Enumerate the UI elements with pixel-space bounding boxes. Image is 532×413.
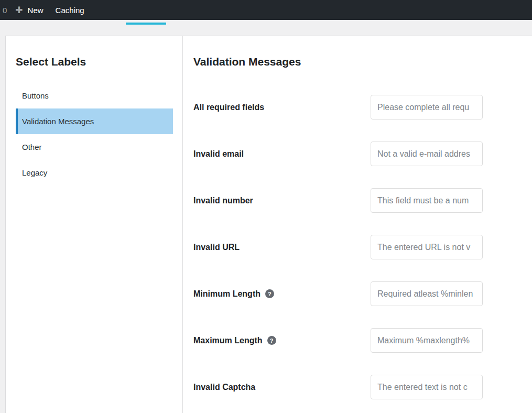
field-input[interactable] bbox=[371, 328, 483, 353]
admin-bar-caching-button[interactable]: Caching bbox=[56, 6, 84, 15]
validation-messages-section: Validation Messages All required fields … bbox=[183, 36, 532, 413]
select-labels-heading: Select Labels bbox=[16, 56, 182, 68]
comment-count[interactable]: 0 bbox=[3, 6, 7, 15]
field-label-text: All required fields bbox=[193, 103, 264, 112]
page: 0 ✚ New Caching Select Labels Buttons Va… bbox=[0, 0, 532, 413]
field-row: Invalid number ? bbox=[193, 188, 532, 213]
field-label-text: Invalid URL bbox=[193, 243, 240, 252]
sidebar-item[interactable]: Other bbox=[16, 134, 173, 160]
field-input[interactable] bbox=[371, 142, 483, 166]
field-row: Minimum Length ? bbox=[193, 281, 532, 306]
field-label: Invalid Captcha ? bbox=[193, 383, 371, 392]
field-input[interactable] bbox=[371, 95, 483, 119]
field-label-text: Invalid number bbox=[193, 196, 253, 205]
sidebar-item[interactable]: Buttons bbox=[16, 83, 173, 108]
field-label: Invalid email ? bbox=[193, 149, 371, 159]
admin-bar-new-label: New bbox=[28, 6, 44, 15]
admin-bar-new-button[interactable]: ✚ New bbox=[15, 6, 43, 15]
admin-bar: 0 ✚ New Caching bbox=[0, 0, 532, 20]
field-row: Invalid email ? bbox=[193, 142, 532, 166]
field-input[interactable] bbox=[371, 188, 483, 213]
field-label: Maximum Length ? bbox=[193, 336, 371, 345]
field-input[interactable] bbox=[371, 281, 483, 306]
sidebar-item[interactable]: Validation Messages bbox=[16, 108, 173, 134]
help-icon[interactable]: ? bbox=[265, 289, 274, 298]
sidebar-item[interactable]: Legacy bbox=[16, 160, 173, 186]
field-label: Invalid URL ? bbox=[193, 243, 371, 252]
field-label: Minimum Length ? bbox=[193, 289, 371, 299]
field-row: All required fields ? bbox=[193, 95, 532, 119]
progress-indicator bbox=[126, 23, 166, 25]
field-label-text: Minimum Length bbox=[193, 289, 260, 299]
field-row: Invalid Captcha ? bbox=[193, 375, 532, 399]
help-icon[interactable]: ? bbox=[267, 336, 276, 345]
field-label: All required fields ? bbox=[193, 103, 371, 112]
field-row: Invalid URL ? bbox=[193, 235, 532, 259]
field-input[interactable] bbox=[371, 235, 483, 259]
field-label: Invalid number ? bbox=[193, 196, 371, 205]
settings-panel: Select Labels Buttons Validation Message… bbox=[5, 36, 532, 413]
field-label-text: Invalid email bbox=[193, 149, 244, 159]
field-input[interactable] bbox=[371, 375, 483, 399]
field-row: Maximum Length ? bbox=[193, 328, 532, 353]
field-label-text: Maximum Length bbox=[193, 336, 263, 345]
labels-sidebar: Select Labels Buttons Validation Message… bbox=[6, 36, 183, 413]
plus-icon: ✚ bbox=[15, 6, 23, 15]
page-title: Validation Messages bbox=[193, 56, 532, 68]
field-label-text: Invalid Captcha bbox=[193, 383, 255, 392]
labels-nav: Buttons Validation Messages Other Legacy bbox=[16, 83, 182, 186]
